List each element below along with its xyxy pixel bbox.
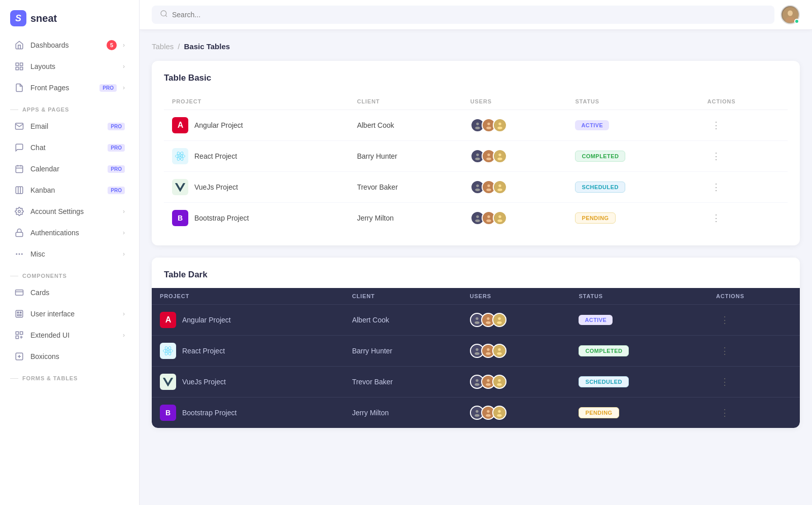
- users-cell-wrap: [462, 141, 567, 172]
- front-pages-arrow: ›: [123, 84, 125, 91]
- status-cell: COMPLETED: [567, 141, 699, 172]
- sidebar-item-misc[interactable]: Misc ›: [4, 244, 135, 264]
- actions-button[interactable]: ⋮: [707, 179, 725, 195]
- breadcrumb-base: Tables: [152, 42, 174, 51]
- sidebar-item-user-interface[interactable]: User interface ›: [4, 304, 135, 324]
- table-row: VueJs Project Trevor Baker SCHEDULED ⋮: [164, 172, 788, 203]
- actions-cell[interactable]: ⋮: [708, 398, 800, 428]
- users-cell: [470, 313, 563, 327]
- section-apps-pages: APPS & PAGES: [0, 98, 139, 116]
- svg-point-63: [476, 317, 478, 320]
- svg-rect-16: [16, 290, 23, 296]
- sidebar-item-extended-ui[interactable]: Extended UI ›: [4, 325, 135, 345]
- svg-point-48: [497, 158, 502, 160]
- misc-icon: [14, 249, 24, 259]
- topbar: [140, 0, 812, 30]
- svg-point-86: [497, 383, 501, 386]
- svg-point-33: [476, 123, 479, 125]
- svg-rect-23: [20, 332, 23, 334]
- actions-cell[interactable]: ⋮: [708, 305, 800, 336]
- dark-col-users: USERS: [462, 288, 571, 305]
- status-cell: SCHEDULED: [570, 367, 708, 398]
- users-cell: [470, 406, 563, 420]
- project-cell: React Project: [152, 336, 344, 367]
- actions-cell[interactable]: ⋮: [699, 172, 788, 203]
- svg-point-31: [788, 11, 793, 16]
- search-bar[interactable]: [152, 6, 774, 24]
- svg-rect-19: [17, 312, 18, 313]
- client-cell: Jerry Milton: [349, 203, 462, 234]
- account-settings-icon: [14, 206, 24, 217]
- sidebar-item-dashboards[interactable]: Dashboards 5 ›: [4, 35, 135, 55]
- svg-point-81: [476, 379, 478, 382]
- actions-cell[interactable]: ⋮: [708, 367, 800, 398]
- users-cell-wrap: [462, 172, 567, 203]
- breadcrumb-current: Basic Tables: [184, 42, 230, 51]
- svg-rect-21: [17, 315, 21, 316]
- col-client: CLIENT: [349, 93, 462, 110]
- actions-button[interactable]: ⋮: [716, 312, 733, 328]
- svg-point-76: [486, 352, 490, 355]
- actions-button[interactable]: ⋮: [707, 118, 725, 133]
- svg-point-90: [486, 414, 490, 417]
- status-badge: SCHEDULED: [575, 182, 625, 193]
- logo-icon: S: [10, 10, 26, 26]
- sidebar-item-account-settings[interactable]: Account Settings ›: [4, 201, 135, 222]
- svg-point-60: [486, 220, 491, 222]
- account-settings-label: Account Settings: [30, 207, 117, 215]
- svg-marker-80: [163, 378, 173, 386]
- svg-point-11: [18, 210, 21, 213]
- actions-button[interactable]: ⋮: [707, 210, 725, 226]
- table-dark-card: Table Dark PROJECT CLIENT USERS STATUS A…: [152, 258, 800, 428]
- users-cell: [470, 344, 563, 358]
- svg-point-34: [475, 127, 480, 129]
- client-cell: Trevor Baker: [349, 172, 462, 203]
- svg-point-64: [475, 321, 479, 324]
- sidebar-item-authentications[interactable]: Authentications ›: [4, 223, 135, 243]
- users-cell: [470, 118, 559, 132]
- house-icon: [14, 40, 24, 50]
- actions-cell[interactable]: ⋮: [699, 203, 788, 234]
- sidebar-item-layouts[interactable]: Layouts ›: [4, 56, 135, 77]
- actions-button[interactable]: ⋮: [716, 374, 733, 389]
- section-components: COMPONENTS: [0, 265, 139, 282]
- extended-ui-arrow: ›: [123, 332, 125, 339]
- svg-point-58: [475, 220, 480, 222]
- actions-cell[interactable]: ⋮: [699, 110, 788, 141]
- sidebar-item-cards[interactable]: Cards: [4, 282, 135, 303]
- svg-point-52: [475, 189, 480, 191]
- sidebar-logo: S sneat: [0, 0, 139, 34]
- svg-point-57: [476, 215, 479, 218]
- client-cell: Trevor Baker: [344, 367, 462, 398]
- svg-point-54: [486, 189, 491, 191]
- svg-point-65: [487, 317, 489, 320]
- actions-cell[interactable]: ⋮: [699, 141, 788, 172]
- users-cell: [470, 211, 559, 225]
- dark-col-client: CLIENT: [344, 288, 462, 305]
- svg-rect-0: [16, 63, 18, 65]
- svg-rect-8: [16, 187, 23, 194]
- svg-rect-1: [20, 63, 23, 65]
- client-cell: Jerry Milton: [344, 398, 462, 428]
- sidebar-item-email[interactable]: Email PRO: [4, 116, 135, 136]
- svg-point-59: [487, 215, 490, 218]
- svg-rect-3: [16, 67, 18, 70]
- user-avatar-wrap[interactable]: [781, 5, 800, 24]
- sidebar-item-boxicons[interactable]: Boxicons: [4, 346, 135, 367]
- svg-point-61: [498, 215, 501, 218]
- actions-cell[interactable]: ⋮: [708, 336, 800, 367]
- sidebar-item-chat[interactable]: Chat PRO: [4, 137, 135, 158]
- svg-point-87: [476, 410, 478, 413]
- status-badge: COMPLETED: [575, 151, 625, 162]
- sidebar-item-front-pages[interactable]: Front Pages PRO ›: [4, 78, 135, 98]
- status-badge: ACTIVE: [579, 315, 613, 325]
- sidebar-item-kanban[interactable]: Kanban PRO: [4, 180, 135, 200]
- actions-button[interactable]: ⋮: [716, 405, 733, 420]
- actions-button[interactable]: ⋮: [716, 343, 733, 358]
- dark-table-wrap: PROJECT CLIENT USERS STATUS ACTIONS A An…: [152, 288, 800, 428]
- front-pages-icon: [14, 83, 24, 93]
- search-input[interactable]: [172, 11, 766, 19]
- sidebar-item-calendar[interactable]: Calendar PRO: [4, 159, 135, 179]
- svg-marker-50: [175, 183, 185, 192]
- actions-button[interactable]: ⋮: [707, 149, 725, 164]
